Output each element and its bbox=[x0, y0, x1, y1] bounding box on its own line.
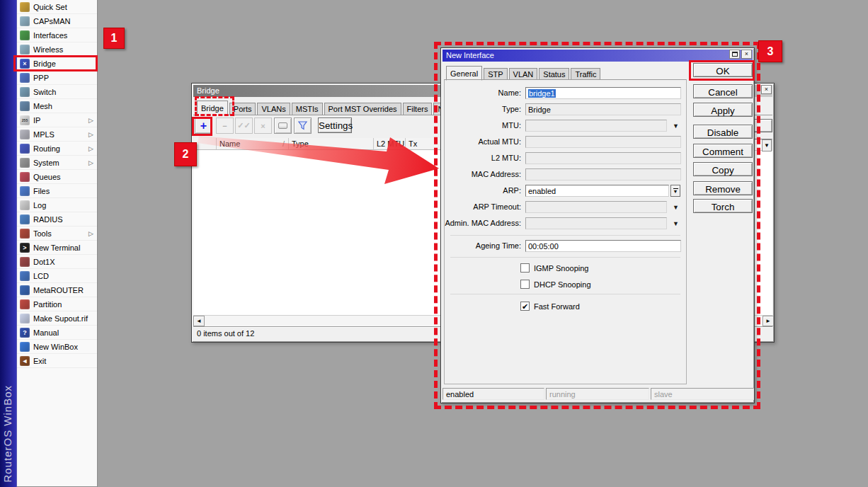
field-input-type[interactable]: Bridge bbox=[525, 103, 681, 115]
brand-vertical-text: RouterOS WinBox bbox=[1, 385, 13, 483]
sidebar-item-make-supout-rif[interactable]: Make Supout.rif bbox=[17, 311, 97, 326]
sidebar-item-switch[interactable]: Switch bbox=[17, 85, 97, 99]
bridge-tab-ports[interactable]: Ports bbox=[229, 103, 256, 115]
dropdown-button[interactable]: ▼ bbox=[670, 185, 680, 197]
field-input-arp-timeout[interactable] bbox=[525, 201, 667, 213]
column-header-name[interactable]: Name/ bbox=[217, 138, 289, 149]
sidebar-item-wireless[interactable]: Wireless bbox=[17, 42, 97, 57]
bridge-tab-mstis[interactable]: MSTIs bbox=[292, 103, 323, 115]
sidebar-item-radius[interactable]: RADIUS bbox=[17, 212, 97, 227]
bridge-tab-vlans[interactable]: VLANs bbox=[257, 103, 290, 115]
dialog-tab-vlan[interactable]: VLAN bbox=[509, 68, 538, 80]
sidebar-item-log[interactable]: Log bbox=[17, 198, 97, 212]
dialog-tab-general[interactable]: General bbox=[446, 66, 482, 81]
sidebar-item-interfaces[interactable]: Interfaces bbox=[17, 28, 97, 42]
checkbox-fast-forward[interactable]: ✔ bbox=[520, 302, 530, 311]
chevron-down-icon[interactable]: ▼ bbox=[673, 204, 679, 211]
field-label-name: Name: bbox=[445, 87, 521, 97]
bridge-tab-bridge[interactable]: Bridge bbox=[197, 101, 228, 115]
submenu-arrow-icon: ▷ bbox=[88, 117, 93, 124]
field-input-mac-address[interactable] bbox=[525, 168, 681, 181]
field-label-arp: ARP: bbox=[445, 185, 521, 195]
field-input-actual-mtu[interactable] bbox=[525, 136, 681, 148]
field-label-arp-timeout: ARP Timeout: bbox=[445, 201, 521, 211]
sidebar-item-metarouter[interactable]: MetaROUTER bbox=[17, 283, 97, 297]
sidebar-item-lcd[interactable]: LCD bbox=[17, 269, 97, 283]
sidebar-item-label: Routing bbox=[33, 144, 60, 153]
add-icon[interactable]: + bbox=[195, 118, 212, 134]
chevron-down-icon[interactable]: ▼ bbox=[762, 139, 772, 151]
sidebar-item-bridge[interactable]: ×Bridge bbox=[17, 57, 97, 71]
scroll-right-icon[interactable]: ► bbox=[763, 316, 774, 326]
close-icon[interactable]: × bbox=[741, 50, 752, 59]
sidebar-item-ppp[interactable]: PPP bbox=[17, 71, 97, 85]
sidebar-item-quick-set[interactable]: Quick Set bbox=[17, 0, 97, 14]
dialog-tab-status[interactable]: Status bbox=[539, 68, 569, 80]
sidebar-item-new-winbox[interactable]: New WinBox bbox=[17, 340, 97, 354]
dialog-titlebar[interactable]: New Interface bbox=[442, 50, 753, 62]
copy-button[interactable]: Copy bbox=[693, 162, 753, 176]
capsman-icon bbox=[20, 16, 30, 26]
sidebar-item-new-terminal[interactable]: >New Terminal bbox=[17, 241, 97, 255]
sidebar-item-capsman[interactable]: CAPsMAN bbox=[17, 14, 97, 28]
sidebar-item-ip[interactable]: 255IP▷ bbox=[17, 113, 97, 127]
bridge-tab-port-mst-overrides[interactable]: Port MST Overrides bbox=[324, 103, 401, 115]
dialog-tab-stp[interactable]: STP bbox=[484, 68, 507, 80]
settings-button[interactable]: Settings bbox=[318, 118, 352, 133]
sidebar-item-exit[interactable]: ◄Exit bbox=[17, 354, 97, 368]
sidebar-item-files[interactable]: Files bbox=[17, 184, 97, 198]
sidebar-item-label: Wireless bbox=[33, 45, 63, 54]
checkbox-igmp-snooping[interactable] bbox=[520, 263, 530, 273]
field-input-admin-mac-address[interactable] bbox=[525, 217, 667, 229]
disable-icon[interactable]: × bbox=[254, 118, 272, 134]
filter-icon[interactable] bbox=[294, 118, 312, 134]
checkbox-label-fast-forward: Fast Forward bbox=[534, 302, 580, 311]
sidebar-item-partition[interactable]: Partition bbox=[17, 297, 97, 311]
separator bbox=[450, 257, 680, 258]
bridge-window-title: Bridge bbox=[197, 86, 219, 95]
column-header-type[interactable]: Type bbox=[289, 138, 374, 149]
sidebar-item-mpls[interactable]: MPLS▷ bbox=[17, 127, 97, 142]
remove-button[interactable]: Remove bbox=[693, 181, 753, 195]
files-icon bbox=[20, 186, 30, 196]
bridge-tab-filters[interactable]: Filters bbox=[403, 103, 433, 115]
sidebar-item-queues[interactable]: Queues bbox=[17, 170, 97, 184]
wireless-icon bbox=[20, 45, 30, 55]
sidebar-item-mesh[interactable]: Mesh bbox=[17, 99, 97, 113]
sidebar-item-dot1x[interactable]: Dot1X bbox=[17, 255, 97, 269]
torch-button[interactable]: Torch bbox=[693, 199, 753, 213]
field-input-name[interactable]: bridge1 bbox=[525, 87, 681, 99]
sidebar-item-tools[interactable]: Tools▷ bbox=[17, 227, 97, 241]
sidebar-item-label: Manual bbox=[33, 328, 59, 337]
restore-icon[interactable] bbox=[729, 50, 740, 59]
close-icon[interactable]: × bbox=[761, 85, 772, 94]
sidebar-item-manual[interactable]: ?Manual bbox=[17, 326, 97, 340]
field-input-ageing-time[interactable]: 00:05:00 bbox=[525, 240, 681, 252]
sidebar-item-label: New Terminal bbox=[33, 244, 80, 252]
field-label-l2-mtu: L2 MTU: bbox=[445, 152, 521, 162]
remove-icon[interactable]: − bbox=[216, 118, 234, 134]
sidebar-item-label: Make Supout.rif bbox=[33, 314, 88, 323]
comment-button[interactable]: Comment bbox=[693, 144, 753, 158]
disable-button[interactable]: Disable bbox=[693, 125, 753, 139]
step-badge-2: 2 bbox=[174, 142, 197, 166]
sidebar-item-routing[interactable]: Routing▷ bbox=[17, 142, 97, 156]
sidebar-item-label: MetaROUTER bbox=[33, 286, 84, 294]
comment-icon[interactable] bbox=[274, 118, 292, 134]
sidebar-item-system[interactable]: System▷ bbox=[17, 156, 97, 170]
chevron-down-icon[interactable]: ▼ bbox=[673, 122, 679, 130]
ok-button[interactable]: OK bbox=[693, 63, 753, 77]
column-header-l2-mtu[interactable]: L2 MTU bbox=[374, 138, 406, 149]
cancel-button[interactable]: Cancel bbox=[693, 84, 753, 98]
scroll-left-icon[interactable]: ◄ bbox=[193, 316, 205, 326]
field-input-mtu[interactable] bbox=[525, 120, 667, 132]
winbox-icon bbox=[20, 342, 30, 352]
apply-button[interactable]: Apply bbox=[693, 103, 753, 117]
checkbox-dhcp-snooping[interactable] bbox=[520, 280, 530, 289]
dialog-tab-traffic[interactable]: Traffic bbox=[571, 68, 600, 80]
field-input-l2-mtu[interactable] bbox=[525, 152, 681, 164]
chevron-down-icon[interactable]: ▼ bbox=[673, 220, 679, 227]
submenu-arrow-icon: ▷ bbox=[88, 145, 93, 152]
field-input-arp[interactable]: enabled bbox=[525, 185, 669, 197]
enable-icon[interactable]: ✓✓ bbox=[235, 118, 253, 134]
